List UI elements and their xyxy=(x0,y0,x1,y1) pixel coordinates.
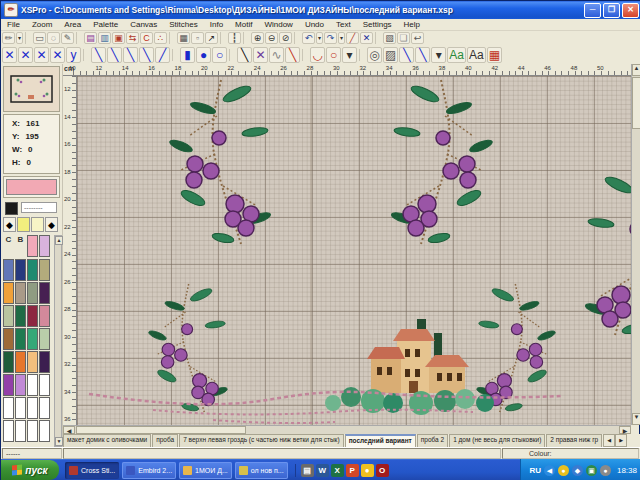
menu-canvas[interactable]: Canvas xyxy=(124,20,163,29)
media-app-icon[interactable]: ▤ xyxy=(301,464,314,477)
palette-swatch[interactable] xyxy=(3,328,14,350)
mirror-icon[interactable]: ⇆ xyxy=(126,32,139,44)
palette-swatch[interactable] xyxy=(3,305,14,327)
rotate-page-icon[interactable]: ↩ xyxy=(411,32,424,44)
redo-icon[interactable]: ↷ xyxy=(324,32,337,44)
find-stitch-icon[interactable]: ◎ xyxy=(367,47,382,63)
pencil-dropdown[interactable]: ▾ xyxy=(16,32,23,44)
pattern-tab[interactable]: 1 дом (не весь для стыковки) xyxy=(449,434,545,447)
longstitch-icon[interactable]: ▮ xyxy=(180,47,195,63)
palette-swatch[interactable] xyxy=(3,420,14,442)
palette-scroll-up-icon[interactable]: ▲ xyxy=(55,236,63,245)
palette-swatch[interactable] xyxy=(39,397,50,419)
palette-swatch[interactable] xyxy=(27,259,38,281)
menu-text[interactable]: Text xyxy=(330,20,357,29)
minimize-button[interactable]: ─ xyxy=(584,3,601,18)
vertical-scroll-thumb[interactable] xyxy=(632,77,640,129)
pattern-preview[interactable] xyxy=(3,66,60,112)
palette-scroll-down-icon[interactable]: ▼ xyxy=(55,437,63,446)
title-bar[interactable]: ✏ XSPro - C:\Documents and Settings\Rimm… xyxy=(1,1,640,19)
palette-swatch[interactable] xyxy=(3,374,14,396)
pointer-icon[interactable]: ↗ xyxy=(205,32,218,44)
horizontal-scroll-thumb[interactable] xyxy=(76,426,246,434)
scatter-icon[interactable]: ∴ xyxy=(154,32,167,44)
menu-zoom[interactable]: Zoom xyxy=(26,20,58,29)
menu-stitches[interactable]: Stitches xyxy=(163,20,203,29)
quarter-stitch-1-icon[interactable]: ╲ xyxy=(91,47,106,63)
thread-colour-swatch[interactable] xyxy=(5,202,18,215)
preview-mode-icon[interactable]: ▨ xyxy=(383,47,398,63)
thread-code-field[interactable]: -------- xyxy=(21,202,57,213)
full-stitch-icon[interactable]: ✕ xyxy=(2,47,17,63)
tray-app3-icon[interactable]: ● xyxy=(600,465,611,476)
blue-line-icon[interactable]: ╲ xyxy=(399,47,414,63)
delete-icon[interactable]: ✕ xyxy=(360,32,373,44)
undo-dropdown[interactable]: ▾ xyxy=(316,32,323,44)
scroll-left-icon[interactable]: ◀ xyxy=(63,426,75,434)
menu-window[interactable]: Window xyxy=(258,20,298,29)
pattern-tab[interactable]: макет домик с оливочками xyxy=(63,434,151,447)
rotate-icon[interactable]: C xyxy=(140,32,153,44)
marker-cell-2[interactable] xyxy=(31,217,44,232)
quarter-stitch-2-icon[interactable]: ╲ xyxy=(107,47,122,63)
three-quarter-stitch-3-icon[interactable]: ✕ xyxy=(50,47,65,63)
line-dropdown[interactable]: ▾ xyxy=(431,47,446,63)
tray-icq-icon[interactable]: ● xyxy=(558,465,569,476)
palette-swatch[interactable] xyxy=(27,374,38,396)
select-rect-icon[interactable]: ▭ xyxy=(33,32,46,44)
vertical-scrollbar[interactable]: ▲ ▼ xyxy=(631,64,640,425)
pencil-tool-icon[interactable]: ✏ xyxy=(2,32,15,44)
language-indicator[interactable]: RU xyxy=(529,466,541,475)
select-freehand-icon[interactable]: ✎ xyxy=(61,32,74,44)
blue-line2-icon[interactable]: ╲ xyxy=(415,47,430,63)
marker-cell-1[interactable] xyxy=(17,217,30,232)
pattern-tab[interactable]: 7 верхн левая гроздь (с частью ниж ветки… xyxy=(179,434,343,447)
palette-swatch[interactable] xyxy=(39,351,50,373)
palette-swatch[interactable] xyxy=(15,282,26,304)
menu-info[interactable]: Info xyxy=(204,20,229,29)
circle-dropdown[interactable]: ▾ xyxy=(342,47,357,63)
current-colour-swatch[interactable] xyxy=(6,179,57,195)
select-lasso-icon[interactable]: ◌ xyxy=(47,32,60,44)
black-line-icon[interactable]: ╲ xyxy=(237,47,252,63)
copy-icon[interactable]: ▤ xyxy=(84,32,97,44)
icq-icon[interactable]: ● xyxy=(361,464,374,477)
palette-swatch[interactable] xyxy=(3,259,14,281)
scroll-right-icon[interactable]: ▶ xyxy=(619,426,631,434)
palette-swatch[interactable] xyxy=(27,351,38,373)
palette-swatch[interactable] xyxy=(27,397,38,419)
menu-settings[interactable]: Settings xyxy=(357,20,398,29)
marker-cell-0[interactable]: ◆ xyxy=(3,217,16,232)
design-canvas[interactable] xyxy=(77,76,631,425)
redo-dropdown[interactable]: ▾ xyxy=(338,32,345,44)
palette-swatch[interactable] xyxy=(15,305,26,327)
palette-swatch[interactable] xyxy=(39,328,50,350)
palette-swatch[interactable] xyxy=(27,420,38,442)
thin-curve-icon[interactable]: ∿ xyxy=(269,47,284,63)
quarter-stitch-3-icon[interactable]: ╲ xyxy=(123,47,138,63)
palette-swatch[interactable] xyxy=(15,420,26,442)
text-tool2-icon[interactable]: Aa xyxy=(467,47,486,63)
draw-line-icon[interactable]: ╱ xyxy=(346,32,359,44)
three-quarter-stitch-2-icon[interactable]: ✕ xyxy=(34,47,49,63)
stitch-column-icon[interactable]: ┇ xyxy=(228,32,241,44)
palette-swatch[interactable] xyxy=(39,259,50,281)
palette-swatch[interactable] xyxy=(39,235,50,257)
palette-swatch[interactable] xyxy=(27,235,38,257)
tab-scroll-left-icon[interactable]: ◀ xyxy=(603,434,615,447)
task-button[interactable]: 1МОИ Д... xyxy=(179,462,232,479)
palette-swatch[interactable] xyxy=(3,282,14,304)
palette-swatch[interactable] xyxy=(27,305,38,327)
scroll-down-icon[interactable]: ▼ xyxy=(632,413,640,425)
horizontal-scrollbar[interactable]: ◀ ▶ xyxy=(63,425,631,434)
half-stitch-icon[interactable]: у xyxy=(66,47,81,63)
menu-motif[interactable]: Motif xyxy=(229,20,258,29)
undo-icon[interactable]: ↶ xyxy=(302,32,315,44)
palette-swatch[interactable] xyxy=(39,305,50,327)
palette-swatch[interactable] xyxy=(15,328,26,350)
print-icon[interactable]: ▫ xyxy=(191,32,204,44)
backstitch-left-icon[interactable]: ╲ xyxy=(139,47,154,63)
word-icon[interactable]: W xyxy=(316,464,329,477)
export-icon[interactable]: ▦ xyxy=(177,32,190,44)
red-line-icon[interactable]: ╲ xyxy=(285,47,300,63)
